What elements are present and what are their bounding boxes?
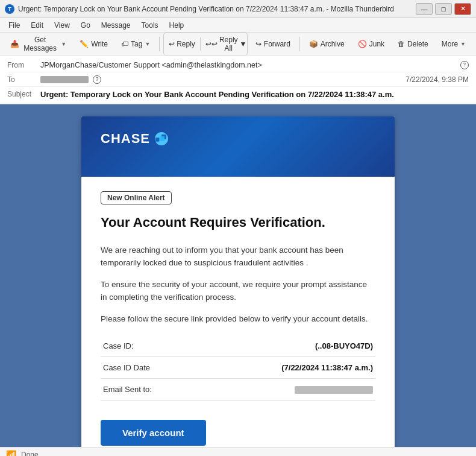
archive-icon: 📦 xyxy=(309,40,318,48)
menu-help[interactable]: Help xyxy=(164,20,189,31)
subject-value: Urgent: Temporary Lock on Your Bank Acco… xyxy=(40,90,469,99)
subject-label: Subject xyxy=(7,90,40,98)
get-messages-icon: 📥 xyxy=(10,40,19,48)
close-button[interactable]: ✕ xyxy=(454,3,471,15)
svg-rect-1 xyxy=(160,136,164,141)
case-id-value: (..08-BUYO47D) xyxy=(238,335,375,357)
card-body: New Online Alert Your Account Requires V… xyxy=(81,177,395,447)
menu-edit[interactable]: Edit xyxy=(26,20,48,31)
to-label: To xyxy=(7,75,40,84)
case-id-label: Case ID: xyxy=(101,335,238,357)
alert-badge: New Online Alert xyxy=(101,191,172,204)
tag-icon: 🏷 xyxy=(121,40,128,48)
paragraph-1: We are reaching out to inform you that y… xyxy=(101,244,375,270)
write-button[interactable]: ✏️ Write xyxy=(74,37,113,51)
from-info-icon[interactable] xyxy=(460,61,469,69)
delete-button[interactable]: 🗑 Delete xyxy=(392,37,434,51)
card-header: CHASE xyxy=(81,116,395,177)
case-date-value: (7/22/2024 11:38:47 a.m.) xyxy=(238,356,375,378)
verify-account-button[interactable]: Verify account xyxy=(101,420,206,446)
tag-chevron: ▼ xyxy=(145,41,150,47)
email-sent-redacted xyxy=(295,386,373,394)
email-header: From JPMorganChase/Customer Support <adm… xyxy=(0,55,476,104)
toolbar-divider-1 xyxy=(159,37,160,51)
email-sent-value xyxy=(238,378,375,400)
app-icon: T xyxy=(5,4,14,14)
forward-icon: ↪ xyxy=(255,40,261,48)
info-table: Case ID: (..08-BUYO47D) Case ID Date (7/… xyxy=(101,335,375,401)
email-sent-row: Email Sent to: xyxy=(101,378,375,400)
reply-group: ↩ Reply ↩↩ Reply All ▼ xyxy=(163,33,248,55)
menu-go[interactable]: Go xyxy=(76,20,95,31)
minimize-button[interactable]: — xyxy=(416,3,433,15)
menu-view[interactable]: View xyxy=(49,20,75,31)
from-label: From xyxy=(7,61,40,69)
from-value: JPMorganChase/Customer Support <admin@th… xyxy=(40,61,458,69)
write-icon: ✏️ xyxy=(80,40,89,48)
paragraph-3: Please follow the secure link provided b… xyxy=(101,312,375,326)
verify-btn-wrapper: Verify account xyxy=(101,410,375,447)
email-sent-label: Email Sent to: xyxy=(101,378,238,400)
menu-file[interactable]: File xyxy=(4,20,25,31)
case-date-label: Case ID Date xyxy=(101,356,238,378)
email-date: 7/22/2024, 9:38 PM xyxy=(406,75,469,84)
chase-logo: CHASE xyxy=(101,131,375,147)
paragraph-2: To ensure the security of your account, … xyxy=(101,278,375,304)
more-chevron: ▼ xyxy=(460,41,466,47)
reply-button[interactable]: ↩ Reply xyxy=(164,37,201,51)
forward-button[interactable]: ↪ Forward xyxy=(250,37,296,51)
toolbar: 📥 Get Messages ▼ ✏️ Write 🏷 Tag ▼ ↩ Repl… xyxy=(0,33,476,55)
menu-tools[interactable]: Tools xyxy=(137,20,163,31)
maximize-button[interactable]: □ xyxy=(435,3,452,15)
junk-button[interactable]: 🚫 Junk xyxy=(352,37,390,51)
more-button[interactable]: More ▼ xyxy=(436,37,471,51)
title-bar: T Urgent: Temporary Lock on Your Bank Ac… xyxy=(0,0,476,18)
chase-logo-text: CHASE xyxy=(101,131,150,147)
subject-row: Subject Urgent: Temporary Lock on Your B… xyxy=(7,87,469,101)
case-date-row: Case ID Date (7/22/2024 11:38:47 a.m.) xyxy=(101,356,375,378)
status-text: Done xyxy=(21,451,39,457)
case-id-row: Case ID: (..08-BUYO47D) xyxy=(101,335,375,357)
window-controls: — □ ✕ xyxy=(416,3,471,15)
email-content-area: CHASE New Online Alert Your Account Requ… xyxy=(0,104,476,447)
get-messages-chevron: ▼ xyxy=(61,41,66,47)
email-headline: Your Account Requires Verification. xyxy=(101,214,375,232)
delete-icon: 🗑 xyxy=(398,40,405,48)
tag-button[interactable]: 🏷 Tag ▼ xyxy=(116,37,155,51)
reply-icon: ↩ xyxy=(169,40,175,48)
archive-button[interactable]: 📦 Archive xyxy=(304,37,350,51)
window-title: Urgent: Temporary Lock on Your Bank Acco… xyxy=(18,5,416,13)
to-redacted xyxy=(40,76,89,83)
reply-all-button[interactable]: ↩↩ Reply All ▼ xyxy=(201,33,248,55)
toolbar-divider-2 xyxy=(299,37,300,51)
from-row: From JPMorganChase/Customer Support <adm… xyxy=(7,58,469,72)
status-bar: 📶 Done xyxy=(0,447,476,456)
to-info-icon[interactable] xyxy=(93,75,101,84)
to-value xyxy=(40,75,406,84)
reply-all-chevron: ▼ xyxy=(240,40,247,48)
get-messages-button[interactable]: 📥 Get Messages ▼ xyxy=(5,33,72,55)
to-row: To 7/22/2024, 9:38 PM xyxy=(7,72,469,87)
chase-logo-icon xyxy=(155,132,168,145)
junk-icon: 🚫 xyxy=(358,40,367,48)
menu-message[interactable]: Message xyxy=(96,20,136,31)
email-card: CHASE New Online Alert Your Account Requ… xyxy=(81,116,395,447)
wifi-icon: 📶 xyxy=(6,450,16,457)
reply-all-icon: ↩↩ xyxy=(205,40,218,48)
chase-octagon-icon xyxy=(160,135,168,143)
menu-bar: File Edit View Go Message Tools Help xyxy=(0,18,476,33)
